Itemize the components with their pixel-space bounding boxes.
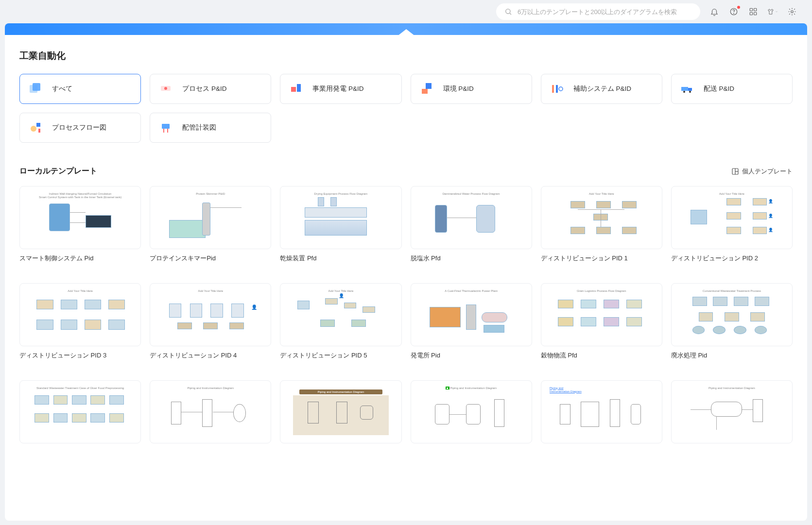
template-card-14[interactable]: Piping and Instrumentation Diagram bbox=[280, 380, 401, 455]
template-name: スマート制御システム Pid bbox=[19, 254, 141, 263]
template-card-17[interactable]: Piping and Instrumentation Diagram bbox=[671, 380, 793, 455]
personal-templates-label: 個人テンプレート bbox=[742, 167, 793, 176]
template-name: プロテインスキマーPid bbox=[150, 254, 271, 263]
template-name: 脱塩水 Pfd bbox=[411, 254, 532, 263]
svg-rect-21 bbox=[688, 88, 692, 91]
category-label: 配送 P&ID bbox=[704, 85, 734, 93]
template-name: ディストリビューション PID 2 bbox=[671, 254, 793, 263]
category-icon bbox=[29, 121, 42, 135]
template-name: 穀物物流 Pfd bbox=[541, 351, 662, 360]
svg-rect-6 bbox=[750, 13, 752, 15]
svg-line-1 bbox=[510, 13, 511, 15]
template-card-5[interactable]: Add Your Title Here 👤👤👤 ディストリビューション PID … bbox=[671, 186, 793, 274]
template-thumb: Protein Skimmer P&ID bbox=[150, 186, 271, 249]
section-title: ローカルテンプレート bbox=[19, 166, 97, 176]
template-thumb: Add Your Title Here bbox=[19, 283, 141, 346]
svg-rect-17 bbox=[552, 85, 554, 93]
template-thumb: Piping and Instrumentation Diagram bbox=[150, 380, 271, 443]
category-icon bbox=[680, 82, 694, 96]
category-card-5[interactable]: 配送 P&ID bbox=[671, 74, 793, 104]
template-name: ディストリビューション PID 4 bbox=[150, 351, 271, 360]
category-label: 環境 P&ID bbox=[443, 85, 474, 93]
template-thumb: Add Your Title Here 👤👤👤 bbox=[671, 186, 793, 249]
category-icon bbox=[289, 82, 303, 96]
gear-icon[interactable] bbox=[787, 6, 797, 17]
category-icon bbox=[159, 82, 173, 96]
template-card-4[interactable]: Add Your Title Here ディストリビューション PID 1 bbox=[541, 186, 662, 274]
search-icon bbox=[503, 6, 514, 17]
template-thumb: Add Your Title Here 👤 bbox=[280, 283, 401, 346]
template-grid: Indirect Wall-Hanging Natural/Forced Cir… bbox=[19, 186, 793, 455]
template-card-16[interactable]: Piping andInstrumentation Diagram bbox=[541, 380, 662, 455]
svg-rect-16 bbox=[422, 89, 428, 94]
shirt-icon[interactable] bbox=[767, 6, 778, 17]
svg-rect-20 bbox=[681, 87, 688, 91]
svg-point-3 bbox=[734, 13, 734, 14]
template-thumb: Grain Logistics Process Flow Diagram bbox=[541, 283, 662, 346]
category-icon bbox=[29, 82, 42, 96]
template-name: ディストリビューション PID 3 bbox=[19, 351, 141, 360]
banner-notch bbox=[397, 29, 415, 36]
template-card-8[interactable]: Add Your Title Here 👤 ディストリビューション PID 5 bbox=[280, 283, 401, 372]
search-input[interactable] bbox=[518, 8, 693, 16]
category-card-2[interactable]: 事業用発電 P&ID bbox=[280, 74, 401, 104]
svg-rect-5 bbox=[754, 8, 757, 11]
section-header: ローカルテンプレート 個人テンプレート bbox=[19, 166, 793, 176]
template-name: 発電所 Pid bbox=[411, 351, 532, 360]
category-card-7[interactable]: 配管計装図 bbox=[150, 113, 271, 143]
template-thumb: Demineralized Water Process Flow Diagram bbox=[411, 186, 532, 249]
template-card-2[interactable]: Drying Equipment Process Flow Diagram 乾燥… bbox=[280, 186, 401, 274]
svg-rect-14 bbox=[297, 84, 301, 92]
svg-rect-10 bbox=[33, 83, 40, 91]
category-card-4[interactable]: 補助システム P&ID bbox=[541, 74, 662, 104]
template-card-10[interactable]: Grain Logistics Process Flow Diagram 穀物物… bbox=[541, 283, 662, 372]
header-banner bbox=[5, 23, 807, 35]
template-card-13[interactable]: Piping and Instrumentation Diagram bbox=[150, 380, 271, 455]
help-icon[interactable] bbox=[728, 6, 739, 17]
template-name: 乾燥装置 Pfd bbox=[280, 254, 401, 263]
template-card-6[interactable]: Add Your Title Here ディストリビューション PID 3 bbox=[19, 283, 141, 372]
svg-point-22 bbox=[683, 91, 685, 93]
category-card-6[interactable]: プロセスフロー図 bbox=[19, 113, 141, 143]
svg-point-24 bbox=[31, 126, 36, 132]
category-card-1[interactable]: プロセス P&ID bbox=[150, 74, 271, 104]
topbar bbox=[0, 0, 812, 23]
personal-templates-link[interactable]: 個人テンプレート bbox=[731, 167, 793, 176]
apps-icon[interactable] bbox=[748, 6, 759, 17]
template-thumb: Conventional Wastewater Treatment Proces… bbox=[671, 283, 793, 346]
page-content: 工業自動化 すべて プロセス P&ID 事業用発電 P&ID 環境 P&ID 補… bbox=[5, 35, 807, 521]
template-card-3[interactable]: Demineralized Water Process Flow Diagram… bbox=[411, 186, 532, 274]
template-thumb: ■ Piping and Instrumentation Diagram bbox=[411, 380, 532, 443]
template-thumb: Piping and Instrumentation Diagram bbox=[671, 380, 793, 443]
template-card-0[interactable]: Indirect Wall-Hanging Natural/Forced Cir… bbox=[19, 186, 141, 274]
template-card-1[interactable]: Protein Skimmer P&ID プロテインスキマーPid bbox=[150, 186, 271, 274]
template-name: 廃水処理 Pid bbox=[671, 351, 793, 360]
category-label: プロセス P&ID bbox=[182, 85, 226, 93]
svg-point-8 bbox=[791, 11, 794, 13]
category-icon bbox=[420, 82, 433, 96]
page-title: 工業自動化 bbox=[19, 50, 793, 62]
bell-icon[interactable] bbox=[709, 6, 720, 17]
template-card-7[interactable]: Add Your Title Here 👤 ディストリビューション PID 4 bbox=[150, 283, 271, 372]
category-card-3[interactable]: 環境 P&ID bbox=[411, 74, 532, 104]
category-label: 補助システム P&ID bbox=[573, 85, 631, 93]
template-thumb: Standard Wastewater Treatment Case of Gl… bbox=[19, 380, 141, 443]
template-name: ディストリビューション PID 5 bbox=[280, 351, 401, 360]
category-grid: すべて プロセス P&ID 事業用発電 P&ID 環境 P&ID 補助システム … bbox=[19, 74, 793, 143]
search-box[interactable] bbox=[496, 3, 700, 20]
template-thumb: Add Your Title Here 👤 bbox=[150, 283, 271, 346]
svg-rect-15 bbox=[426, 83, 432, 89]
svg-rect-7 bbox=[754, 13, 757, 15]
category-label: プロセスフロー図 bbox=[52, 123, 106, 132]
category-card-0[interactable]: すべて bbox=[19, 74, 141, 104]
svg-point-12 bbox=[164, 87, 167, 90]
template-card-9[interactable]: A Coal-Fired Thermoelectric Power Plant … bbox=[411, 283, 532, 372]
svg-point-19 bbox=[559, 87, 563, 91]
template-thumb: A Coal-Fired Thermoelectric Power Plant bbox=[411, 283, 532, 346]
template-thumb: Add Your Title Here bbox=[541, 186, 662, 249]
template-card-12[interactable]: Standard Wastewater Treatment Case of Gl… bbox=[19, 380, 141, 455]
svg-rect-18 bbox=[556, 85, 558, 93]
svg-rect-25 bbox=[36, 123, 40, 127]
template-card-11[interactable]: Conventional Wastewater Treatment Proces… bbox=[671, 283, 793, 372]
template-card-15[interactable]: ■ Piping and Instrumentation Diagram bbox=[411, 380, 532, 455]
